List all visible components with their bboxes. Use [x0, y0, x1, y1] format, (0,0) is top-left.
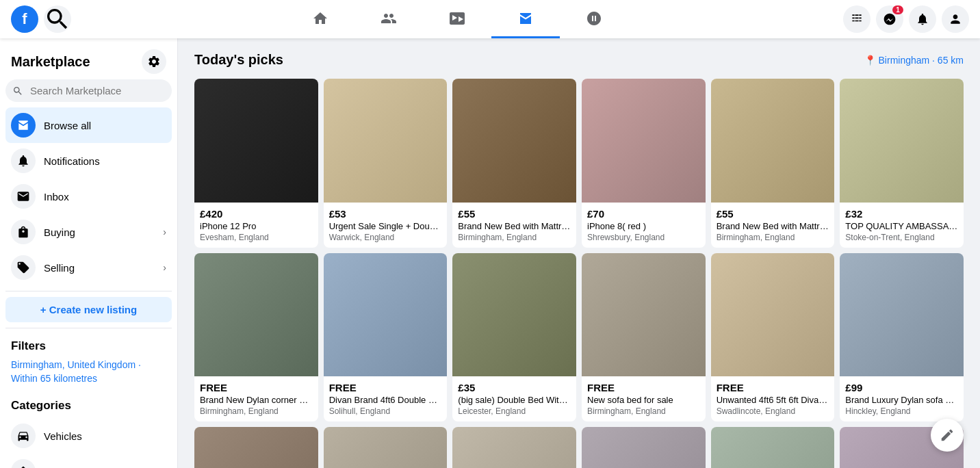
account-icon [949, 12, 962, 26]
sidebar-item-inbox[interactable]: Inbox [5, 179, 172, 214]
listing-info: £55 Brand New Bed with Mattress - Full F… [711, 203, 835, 248]
section-title: Today's picks [194, 52, 283, 68]
listing-card[interactable]: £35 (big sale) Double Bed With Quality M… [452, 253, 576, 422]
listing-card[interactable]: FREE Brand New Dylan corner sofa sale Bi… [194, 253, 318, 422]
apps-grid-button[interactable] [843, 5, 871, 33]
listing-price: £53 [329, 208, 442, 220]
listing-title: iPhone 12 Pro [200, 221, 313, 231]
search-wrapper [5, 79, 172, 102]
messenger-badge: 1 [892, 5, 903, 14]
listing-price: £55 [458, 208, 571, 220]
listing-card[interactable] [324, 427, 448, 468]
nav-home-button[interactable] [286, 0, 354, 38]
cat-item-property-for-rent[interactable]: Property for rent [5, 454, 172, 468]
listing-title: iPhone 8( red ) [587, 221, 700, 231]
listing-title: TOP QUALITY AMBASSADOR FULL DOUBLE KING … [845, 221, 958, 231]
listing-card[interactable] [194, 427, 318, 468]
messenger-icon [883, 12, 897, 26]
cat-item-vehicles[interactable]: Vehicles [5, 418, 172, 454]
listing-image [711, 79, 835, 203]
listing-price: £35 [458, 382, 571, 393]
sidebar-gear-button[interactable] [142, 49, 166, 74]
nav-watch-button[interactable] [423, 0, 491, 38]
edit-fab-button[interactable] [931, 419, 964, 452]
section-header: Today's picks 📍 Birmingham · 65 km [194, 52, 964, 68]
listing-info: £53 Urgent Sale Single + Double size Bed… [324, 203, 448, 248]
inbox-icon-sidebar [16, 190, 30, 203]
listing-price: £99 [845, 382, 958, 393]
listing-card[interactable]: £420 iPhone 12 Pro Evesham, England [194, 79, 318, 248]
listing-card[interactable]: £99 Brand Luxury Dylan sofa available Wi… [840, 253, 964, 422]
listing-location: Solihull, England [329, 406, 442, 416]
facebook-logo[interactable]: f [11, 5, 38, 33]
sidebar-item-buying[interactable]: Buying › [5, 214, 172, 250]
gear-icon [147, 55, 161, 68]
profile-button[interactable] [942, 5, 969, 33]
nav-groups-button[interactable] [560, 0, 628, 38]
listing-image [711, 427, 835, 468]
tag-icon-sidebar [16, 261, 30, 274]
listing-image [194, 427, 318, 468]
listing-card[interactable]: FREE New sofa bed for sale Birmingham, E… [582, 253, 706, 422]
listing-title: Brand New Bed with Mattress - Full Foam … [458, 221, 571, 231]
listing-image [452, 427, 576, 468]
grid-icon [850, 12, 864, 26]
listing-price: FREE [329, 382, 442, 393]
listing-title: Brand New Bed with Mattress - Full Foam … [717, 221, 829, 231]
listing-image [324, 427, 448, 468]
home-rent-icon [16, 465, 30, 468]
cat-label-vehicles: Vehicles [44, 430, 82, 442]
listing-card[interactable]: £53 Urgent Sale Single + Double size Bed… [324, 79, 448, 248]
video-icon [449, 10, 465, 27]
selling-icon-wrap [11, 255, 36, 280]
page-layout: Marketplace Browse all Notifications [0, 38, 980, 468]
bell-icon [916, 12, 929, 26]
sidebar-item-browse-all[interactable]: Browse all [5, 107, 172, 143]
bag-icon-sidebar [16, 225, 30, 239]
listing-location: Birmingham, England [717, 233, 829, 242]
messenger-button[interactable]: 1 [876, 5, 903, 33]
people-icon [381, 10, 397, 27]
nav-search-button[interactable] [44, 5, 71, 33]
main-content: Today's picks 📍 Birmingham · 65 km £420 … [178, 38, 980, 468]
nav-right: 1 [843, 5, 969, 33]
search-icon-sidebar [12, 86, 23, 96]
listing-image [840, 79, 964, 203]
home-icon [312, 10, 328, 27]
listing-location: Birmingham, England [458, 233, 571, 242]
listing-card[interactable] [582, 427, 706, 468]
search-marketplace-input[interactable] [5, 79, 172, 102]
listing-location: Swadlincote, England [717, 406, 829, 416]
notifications-button[interactable] [909, 5, 936, 33]
listing-price: £420 [200, 208, 313, 220]
listing-card[interactable]: £32 TOP QUALITY AMBASSADOR FULL DOUBLE K… [840, 79, 964, 248]
listing-info: £55 Brand New Bed with Mattress - Full F… [452, 203, 576, 248]
listing-card[interactable]: FREE Divan Brand 4ft6 Double Bed With Ma… [324, 253, 448, 422]
property-icon-wrap [11, 459, 36, 468]
listing-card[interactable]: £70 iPhone 8( red ) Shrewsbury, England [582, 79, 706, 248]
nav-marketplace-button[interactable] [491, 0, 560, 38]
listing-card[interactable]: £55 Brand New Bed with Mattress - Full F… [452, 79, 576, 248]
sidebar-label-notifications: Notifications [44, 155, 166, 167]
sidebar-item-selling[interactable]: Selling › [5, 250, 172, 285]
listing-card[interactable] [711, 427, 835, 468]
listing-info: £420 iPhone 12 Pro Evesham, England [194, 203, 318, 248]
listing-price: FREE [587, 382, 700, 393]
filters-location: Birmingham, United Kingdom · Within 65 k… [11, 359, 166, 385]
listing-card[interactable]: £55 Brand New Bed with Mattress - Full F… [711, 79, 835, 248]
nav-friends-button[interactable] [354, 0, 423, 38]
listing-image [582, 253, 706, 377]
sidebar-item-notifications[interactable]: Notifications [5, 143, 172, 179]
store-icon-sidebar [16, 118, 30, 132]
listing-info: FREE Divan Brand 4ft6 Double Bed With Ma… [324, 376, 448, 421]
listing-location: Stoke-on-Trent, England [845, 233, 958, 242]
listing-info: £32 TOP QUALITY AMBASSADOR FULL DOUBLE K… [840, 203, 964, 248]
sidebar-header: Marketplace [5, 47, 172, 79]
listing-card[interactable] [452, 427, 576, 468]
listing-image [324, 253, 448, 377]
listing-card[interactable]: FREE Unwanted 4ft6 5ft 6ft Divan Beds 0 … [711, 253, 835, 422]
listing-title: (big sale) Double Bed With Quality Mattr… [458, 395, 571, 405]
edit-icon [940, 428, 955, 443]
create-listing-button[interactable]: + Create new listing [5, 297, 172, 322]
groups-icon [586, 10, 602, 27]
